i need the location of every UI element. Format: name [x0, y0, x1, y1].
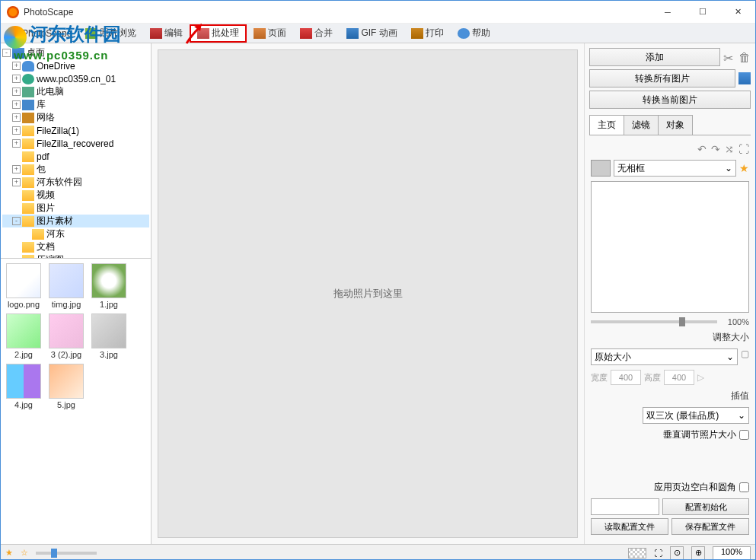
config-save-button[interactable]: 保存配置文件: [671, 518, 749, 535]
resize-mode-select[interactable]: 原始大小 ⌄: [591, 348, 738, 365]
add-button[interactable]: 添加: [589, 48, 720, 66]
apply-margin-checkbox[interactable]: [739, 482, 749, 492]
zoom-actual-button[interactable]: ⊕: [691, 546, 705, 560]
thumbnail[interactable]: 5.jpg: [48, 364, 85, 409]
frame-input[interactable]: [591, 181, 749, 313]
thumbnail[interactable]: 1.jpg: [91, 263, 127, 309]
tab-edit[interactable]: 编辑: [143, 24, 190, 43]
tree-expander[interactable]: +: [12, 75, 21, 83]
zoom-value[interactable]: 100%: [713, 546, 751, 560]
size-action-icon[interactable]: ▷: [697, 372, 704, 383]
frame-select[interactable]: 无相框 ⌄: [614, 160, 736, 177]
tree-expander[interactable]: +: [12, 165, 21, 173]
tree-item-label: www.pc0359.cn_01: [37, 74, 116, 84]
tree-expander[interactable]: +: [12, 126, 21, 135]
resize-options-icon[interactable]: ▢: [741, 348, 749, 365]
star-icon[interactable]: ★: [5, 548, 13, 558]
tree-expander[interactable]: +: [12, 178, 21, 186]
tree-item[interactable]: +库: [2, 98, 149, 111]
undo-icon[interactable]: ↶: [697, 143, 707, 155]
tree-item[interactable]: +www.pc0359.cn_01: [2, 72, 149, 85]
thumbnail[interactable]: 3 (2).jpg: [48, 313, 85, 359]
tab-gif[interactable]: GIF 动画: [340, 24, 404, 43]
height-input[interactable]: [664, 370, 694, 385]
tree-item[interactable]: 河东: [2, 228, 149, 240]
tab-page[interactable]: 页面: [247, 24, 293, 43]
thumbnail[interactable]: 3.jpg: [91, 313, 127, 359]
star-icon[interactable]: ☆: [21, 548, 28, 558]
trash-icon[interactable]: 🗑: [738, 51, 751, 63]
tree-expander[interactable]: +: [12, 62, 21, 70]
scissors-icon[interactable]: ✂: [723, 51, 735, 63]
star-icon[interactable]: ★: [739, 162, 749, 174]
apply-margin-label: 应用页边空白和圆角: [654, 481, 736, 494]
config-load-button[interactable]: 读取配置文件: [591, 518, 668, 535]
drop-canvas[interactable]: 拖动照片到这里: [158, 49, 578, 538]
tree-item[interactable]: +网络: [2, 111, 149, 124]
expand-icon[interactable]: ⛶: [738, 143, 749, 155]
opacity-slider[interactable]: [591, 320, 717, 323]
minimize-button[interactable]: ─: [650, 1, 685, 24]
thumbnail-image: [91, 313, 126, 348]
maximize-button[interactable]: ☐: [685, 1, 720, 24]
tree-item[interactable]: 视频: [2, 189, 149, 202]
gif-icon: [346, 28, 359, 39]
tree-item[interactable]: +此电脑: [2, 85, 149, 98]
interp-select[interactable]: 双三次 (最佳品质) ⌄: [643, 407, 749, 424]
tree-expander[interactable]: +: [12, 88, 21, 96]
tree-item[interactable]: 图片: [2, 202, 149, 215]
zoom-fit-button[interactable]: ⊙: [670, 546, 684, 560]
thumbnail[interactable]: timg.jpg: [48, 263, 85, 309]
tab-help[interactable]: 帮助: [451, 24, 497, 43]
tree-expander[interactable]: -: [12, 217, 21, 225]
tree-expander[interactable]: +: [12, 113, 21, 122]
tree-expander[interactable]: +: [12, 139, 21, 148]
tree-item[interactable]: +包: [2, 163, 149, 176]
folder-icon: [22, 164, 34, 175]
thumbnail-image: [6, 263, 41, 298]
width-input[interactable]: [611, 370, 641, 385]
thumbnail-grid[interactable]: logo.pngtimg.jpg1.jpg2.jpg3 (2).jpg3.jpg…: [1, 258, 151, 544]
resize-mode-label: 原始大小: [595, 351, 631, 364]
tab-photo[interactable]: 照片浏览: [78, 24, 143, 43]
vertical-fit-checkbox[interactable]: [739, 430, 749, 440]
tree-item[interactable]: -图片素材: [2, 215, 149, 228]
folder-tree[interactable]: -桌面+OneDrive+www.pc0359.cn_01+此电脑+库+网络+F…: [1, 43, 151, 258]
tree-item[interactable]: +FileZilla(1): [2, 124, 149, 137]
thumbnail-label: 4.jpg: [14, 400, 33, 409]
thumbnail-image: [6, 313, 41, 348]
checker-icon[interactable]: [628, 548, 646, 558]
tree-expander[interactable]: +: [12, 100, 21, 109]
tab-label: 打印: [426, 27, 444, 40]
thumbnail[interactable]: 4.jpg: [5, 364, 42, 409]
close-button[interactable]: ✕: [720, 1, 755, 24]
convert-all-button[interactable]: 转换所有图片: [589, 69, 735, 88]
tab-print[interactable]: 打印: [404, 24, 451, 43]
tab-merge[interactable]: 合并: [293, 24, 340, 43]
width-label: 宽度: [591, 372, 608, 383]
tree-item[interactable]: +FileZilla_recovered: [2, 137, 149, 150]
chevron-down-icon: ⌄: [738, 410, 745, 421]
tree-item[interactable]: pdf: [2, 150, 149, 163]
tree-item[interactable]: -桌面: [2, 46, 149, 59]
tab-batch[interactable]: 批处理: [190, 24, 247, 43]
expand-icon[interactable]: ⛶: [654, 549, 662, 558]
tree-item[interactable]: +河东软件园: [2, 176, 149, 189]
tree-item[interactable]: 文档: [2, 240, 149, 253]
tree-expander[interactable]: -: [2, 49, 11, 57]
tab-object[interactable]: 对象: [658, 115, 693, 135]
thumbnail-label: logo.png: [8, 300, 40, 309]
tree-item[interactable]: +OneDrive: [2, 59, 149, 72]
tab-globe[interactable]: PhotoScape: [1, 24, 78, 43]
left-zoom-slider[interactable]: [36, 552, 97, 555]
tab-filter[interactable]: 滤镜: [624, 115, 659, 135]
convert-current-button[interactable]: 转换当前图片: [589, 91, 751, 109]
list-icon[interactable]: [738, 72, 751, 84]
shuffle-icon[interactable]: ⤭: [725, 143, 734, 155]
tab-home[interactable]: 主页: [589, 115, 624, 135]
config-reset-button[interactable]: 配置初始化: [662, 498, 749, 515]
chevron-down-icon: ⌄: [726, 352, 734, 362]
thumbnail[interactable]: 2.jpg: [5, 313, 42, 359]
redo-icon[interactable]: ↷: [711, 143, 720, 155]
thumbnail[interactable]: logo.png: [5, 263, 42, 309]
